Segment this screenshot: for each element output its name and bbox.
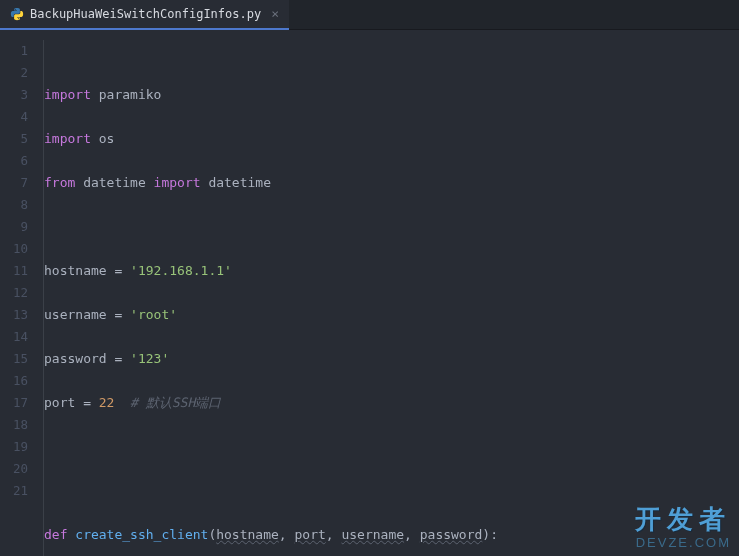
tab-bar: BackupHuaWeiSwitchConfigInfos.py ×: [0, 0, 739, 30]
line-number: 18: [0, 414, 38, 436]
code-line: port = 22 # 默认SSH端口: [44, 392, 670, 414]
code-line: username = 'root': [44, 304, 670, 326]
code-line: password = '123': [44, 348, 670, 370]
line-number: 20: [0, 458, 38, 480]
line-number: 21: [0, 480, 38, 502]
line-number: 19: [0, 436, 38, 458]
line-number: 12: [0, 282, 38, 304]
line-number: 2: [0, 62, 38, 84]
code-line: import paramiko: [44, 84, 670, 106]
line-number: 15: [0, 348, 38, 370]
close-icon[interactable]: ×: [271, 6, 279, 21]
line-number: 5: [0, 128, 38, 150]
python-file-icon: [10, 7, 24, 21]
line-number: 3: [0, 84, 38, 106]
tab-active[interactable]: BackupHuaWeiSwitchConfigInfos.py ×: [0, 0, 289, 30]
code-line: [44, 436, 670, 458]
line-number: 16: [0, 370, 38, 392]
line-number: 17: [0, 392, 38, 414]
line-number: 7: [0, 172, 38, 194]
code-line: [44, 480, 670, 502]
editor-area[interactable]: 123456789101112131415161718192021 import…: [0, 30, 739, 556]
code-line: def create_ssh_client(hostname, port, us…: [44, 524, 670, 546]
line-number: 9: [0, 216, 38, 238]
code-line: hostname = '192.168.1.1': [44, 260, 670, 282]
line-number: 11: [0, 260, 38, 282]
tab-filename: BackupHuaWeiSwitchConfigInfos.py: [30, 7, 261, 21]
line-number: 8: [0, 194, 38, 216]
line-gutter: 123456789101112131415161718192021: [0, 30, 38, 556]
line-number: 14: [0, 326, 38, 348]
code-line: from datetime import datetime: [44, 172, 670, 194]
line-number: 13: [0, 304, 38, 326]
indent-guide: [43, 40, 44, 556]
code-content[interactable]: import paramiko import os from datetime …: [38, 30, 670, 556]
line-number: 1: [0, 40, 38, 62]
line-number: 6: [0, 150, 38, 172]
line-number: 4: [0, 106, 38, 128]
code-line: import os: [44, 128, 670, 150]
line-number: 10: [0, 238, 38, 260]
code-line: [44, 216, 670, 238]
